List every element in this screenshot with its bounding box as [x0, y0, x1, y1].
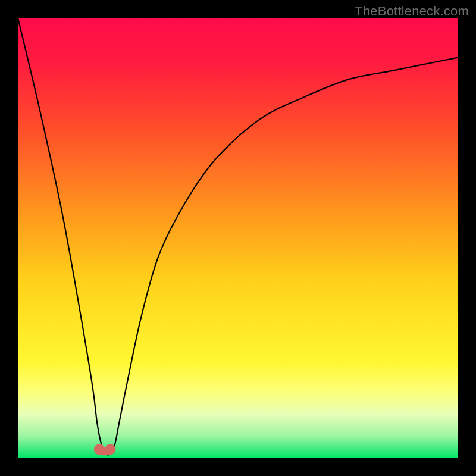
bottleneck-curve	[18, 18, 458, 458]
curve-path	[18, 18, 458, 455]
marker-dot	[105, 444, 115, 455]
plot-area	[18, 18, 458, 458]
chart-container: TheBottleneck.com	[0, 0, 476, 476]
attribution-text: TheBottleneck.com	[355, 4, 469, 19]
marker-dot	[94, 444, 105, 455]
curve-markers	[94, 444, 116, 455]
